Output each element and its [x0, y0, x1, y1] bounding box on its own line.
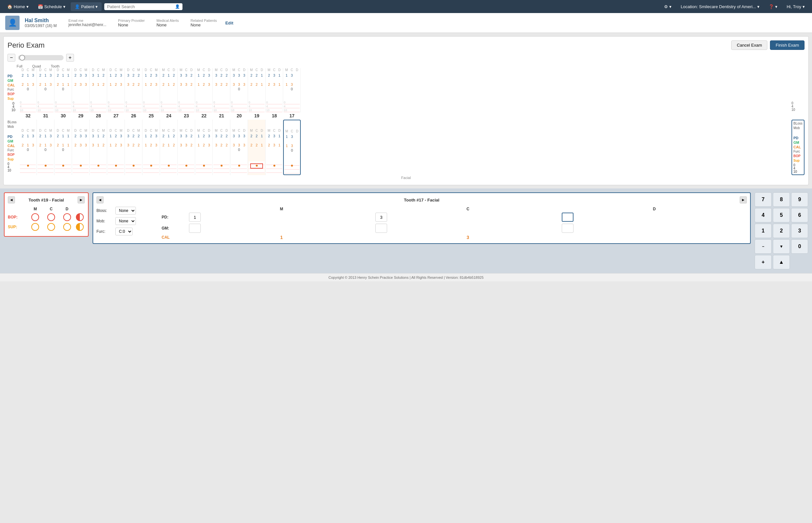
bop-d-circle[interactable] [63, 213, 71, 221]
tooth17-gm-d-input[interactable] [562, 224, 573, 233]
tooth19-sup-row: SUP: [8, 223, 85, 231]
tooth-num-19: 19 [248, 112, 266, 119]
tooth17-bloss-label: Bloss: [96, 209, 113, 213]
tooth19-next-button[interactable]: ► [78, 196, 85, 203]
patient-dob: 03/05/1997 (16) M [25, 23, 57, 28]
slider-labels: Full Quad Tooth [17, 64, 805, 68]
patient-edit-link[interactable]: Edit [225, 20, 233, 25]
tooth-num-30: 30 [54, 112, 72, 119]
lower-tooth-31: DCM2132130 [37, 120, 54, 175]
numpad-2[interactable]: 2 [773, 224, 790, 238]
sup-c-circle[interactable] [47, 223, 55, 231]
cancel-exam-button[interactable]: Cancel Exam [731, 40, 767, 50]
slider-label-full: Full [17, 64, 22, 68]
nav-patient[interactable]: 👤 Patient ▾ [71, 2, 102, 11]
bottom-section: ◄ Tooth #19 - Facial ► M C D BOP: [0, 188, 812, 273]
numpad-8[interactable]: 8 [773, 192, 790, 207]
tooth19-sup-label: SUP: [8, 225, 27, 229]
nav-right: ⚙ ▾ Location: Smilecare Dentistry of Ame… [660, 2, 809, 11]
tooth17-mcd-header: M C D [162, 207, 747, 211]
nav-location[interactable]: Location: Smilecare Dentistry of Ameri..… [677, 2, 763, 11]
zoom-slider-thumb [19, 55, 25, 61]
bop-m-circle[interactable] [31, 213, 39, 221]
home-chevron-icon: ▾ [26, 4, 29, 9]
tooth17-mob-select[interactable]: None [115, 217, 136, 225]
sup-label: Sup [7, 97, 19, 102]
tooth17-next-button[interactable]: ► [740, 196, 747, 203]
numpad-5[interactable]: 5 [773, 208, 790, 222]
tooth-num-27: 27 [107, 112, 125, 119]
nav-settings[interactable]: ⚙ ▾ [660, 2, 676, 11]
tooth19-panel-header: ◄ Tooth #19 - Facial ► [8, 196, 85, 203]
tooth17-furc-select[interactable]: C:0 C:1 C:2 C:3 [115, 228, 133, 235]
nav-help[interactable]: ❓ ▾ [765, 2, 781, 11]
sup-extra-circle[interactable] [76, 223, 84, 231]
medical-alerts-label: Medical Alerts [156, 19, 178, 22]
tooth17-pd-row: PD: [162, 213, 747, 222]
finish-exam-button[interactable]: Finish Exam [770, 40, 805, 50]
numpad-0[interactable]: 0 [791, 239, 808, 254]
medical-alerts-value: None [156, 22, 178, 28]
tooth17-gm-c-input[interactable] [375, 224, 387, 233]
tooth17-left-fields: Bloss: None Mob: None Furc: C:0 C:1 [96, 207, 155, 240]
tooth17-pd-c-input[interactable] [375, 213, 387, 222]
tooth17-gm-m-input[interactable] [189, 224, 201, 233]
tooth17-cal-label: CAL [162, 235, 188, 240]
tooth17-bloss-select[interactable]: None [115, 207, 136, 215]
tooth-num-18: 18 [266, 112, 283, 119]
tooth17-pd-m-input[interactable] [189, 213, 201, 222]
numpad-6[interactable]: 6 [791, 208, 808, 222]
sup-m-circle[interactable] [31, 223, 39, 231]
upper-tooth-32: DCM21321300410 [19, 68, 37, 112]
upper-tooth-31: DCM21321300410 [37, 68, 54, 112]
tooth-num-17: 17 [283, 112, 301, 119]
nav-schedule[interactable]: 📅 Schedule ▾ [34, 2, 70, 11]
patient-email: jennifer.hazel@henr... [69, 22, 106, 27]
numpad-4[interactable]: 4 [755, 208, 772, 222]
upper-tooth-27: DCM1231230410 [107, 68, 125, 112]
greeting-chevron-icon: ▾ [802, 4, 805, 9]
patient-search-box[interactable]: 👤 [104, 3, 183, 10]
tooth17-cal-m: 1 [189, 235, 374, 240]
lower-tooth-29: DCM233233 [72, 120, 90, 175]
numpad-9[interactable]: 9 [791, 192, 808, 207]
lower-tooth-27: DCM123123 [107, 120, 125, 175]
exam-title: Perio Exam [7, 41, 45, 50]
bop-extra-circle[interactable] [76, 213, 84, 221]
sup-d-circle[interactable] [63, 223, 71, 231]
tooth-num-26: 26 [125, 112, 143, 119]
tooth17-title: Tooth #17 - Facial [404, 198, 439, 202]
search-input[interactable] [107, 4, 175, 9]
bop-c-circle[interactable] [47, 213, 55, 221]
numpad-1[interactable]: 1 [755, 224, 772, 238]
tooth17-prev-button[interactable]: ◄ [96, 196, 103, 203]
numpad-up[interactable]: ▲ [773, 255, 790, 269]
tooth19-prev-button[interactable]: ◄ [8, 196, 15, 203]
nav-greeting[interactable]: Hi, Troy ▾ [783, 2, 809, 11]
nav-home[interactable]: 🏠 Home ▾ [3, 2, 33, 11]
lower-tooth-24: MCD212212 [160, 120, 177, 175]
tooth17-pd-d-input[interactable] [562, 213, 573, 222]
numpad-minus[interactable]: − [755, 239, 772, 254]
upper-tooth-21: MCD3223220410 [213, 68, 230, 112]
tooth19-bop-label: BOP: [8, 215, 27, 219]
numpad-3[interactable]: 3 [791, 224, 808, 238]
numpad-7[interactable]: 7 [755, 192, 772, 207]
lower-tooth-32: DCM2132130 [19, 120, 37, 175]
tooth17-right-fields: M C D PD: GM: CAL 1 [162, 207, 747, 240]
tooth17-panel-header: ◄ Tooth #17 - Facial ► [96, 196, 747, 203]
tooth17-furc-label: Furc: [96, 229, 113, 234]
upper-tooth-17: MCD131300410 [283, 68, 301, 112]
lower-tooth-30: DCM2112110 [54, 120, 72, 175]
lower-tooth-18: MCD231231 [266, 120, 283, 175]
zoom-plus-button[interactable]: + [66, 54, 74, 61]
zoom-minus-button[interactable]: − [7, 54, 15, 61]
numpad-down[interactable]: ▼ [773, 239, 790, 254]
cal-label-left: CAL [7, 83, 19, 88]
numpad-plus[interactable]: + [755, 255, 772, 269]
zoom-slider-track[interactable] [18, 55, 63, 60]
upper-tooth-24: MCD2122120410 [160, 68, 177, 112]
tooth17-cal-row: CAL 1 3 [162, 235, 747, 240]
patient-header: 👤 Hal Smith 03/05/1997 (16) M Email me j… [0, 13, 812, 33]
bloss-label: BLoss [7, 120, 19, 125]
